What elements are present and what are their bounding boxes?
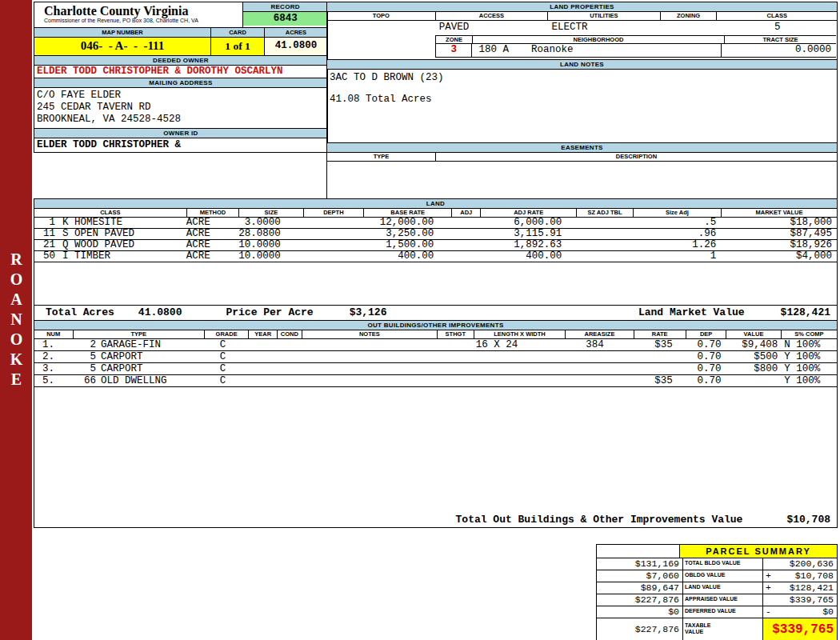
neighborhood-value-cell: 180 A Roanoke [472, 44, 721, 57]
land-sz-adj-tbl-cell [584, 218, 635, 228]
neighborhood-name: Roanoke [531, 44, 574, 57]
map-values-row: 046- - A- - -111 1 of 1 41.0800 [34, 38, 327, 55]
land-adj-cell [448, 229, 474, 239]
neighborhood-code: 180 A [478, 44, 509, 57]
land-sz-adj-tbl-cell [584, 229, 635, 239]
outbuildings-total-row: Total Out Buildings & Other Improvements… [34, 514, 837, 527]
land-market-value-label: Land Market Value [638, 306, 745, 321]
land-size-cell: 28.0800 [222, 229, 298, 239]
taxable-value: $339,765 [763, 618, 837, 640]
outbuildings-section: OUT BUILDINGS/OTHER IMPROVEMENTS NUM TYP… [34, 320, 838, 528]
ob-type-cell: 66OLD DWELLNG [78, 375, 202, 386]
ob-rate-cell [624, 351, 684, 362]
summary-row: $7,060 OBLDG VALUE + $10,708 [597, 570, 837, 582]
land-class-name: I TIMBER [62, 251, 110, 262]
ob-sthgt-cell [420, 351, 454, 362]
summary-row: $131,169 TOTAL BLDG VALUE $200,636 [597, 558, 837, 570]
zone-value: 3 [436, 44, 472, 57]
ob-rate-cell: $35 [624, 375, 684, 386]
ob-cond-cell [270, 363, 292, 374]
map-number-value: 046- - A- - -111 [34, 38, 211, 55]
ob-notes-cell [292, 375, 419, 386]
outbuilding-row: 2. 5CARPORT C 0.70 $500 Y 100% [34, 351, 837, 363]
land-properties-panel: LAND PROPERTIES TOPO ACCESS UTILITIES ZO… [326, 2, 838, 204]
land-class-name: K HOMESITE [62, 218, 122, 228]
land-notes-title: LAND NOTES [327, 59, 837, 70]
taxable-label-line: TAXABLE [685, 622, 762, 629]
ob-area-cell: 384 [540, 339, 624, 350]
land-row: 21Q WOOD PAVED ACRE 10.0000 1,500.00 1,8… [34, 240, 837, 251]
summary-sign: + [763, 582, 774, 594]
ob-grade-cell: C [202, 375, 244, 386]
card-label: CARD [211, 28, 265, 37]
land-col-sz-adj-tbl: SZ ADJ TBL [577, 209, 634, 217]
land-adj-cell [448, 251, 474, 262]
land-size-adj-cell: 1 [635, 251, 726, 262]
ob-type-code: 66 [78, 375, 96, 386]
owner-panel: Charlotte County Virginia Commissioner o… [34, 2, 328, 153]
ob-scomp-cell: Y 100% [784, 363, 837, 374]
land-col-size: SIZE [239, 209, 303, 217]
summary-row: $227,876 APPRAISED VALUE $339,765 [597, 594, 837, 606]
land-market-value-cell: $87,495 [726, 229, 837, 239]
land-depth-cell [298, 240, 354, 250]
easements-title: EASEMENTS [327, 142, 837, 153]
deeded-owner-label: DEEDED OWNER [34, 55, 327, 66]
land-adj-cell [448, 218, 474, 228]
taxable-label: TAXABLE VALUE [683, 618, 763, 640]
mailing-address-line: 245 CEDAR TAVERN RD [37, 102, 327, 114]
ob-type-cell: 5CARPORT [78, 363, 202, 374]
land-class-name: Q WOOD PAVED [62, 240, 134, 250]
land-size-cell: 10.0000 [222, 240, 298, 250]
land-method-cell: ACRE [174, 240, 222, 250]
class-label: CLASS [717, 12, 837, 20]
zoning-value [662, 21, 718, 35]
land-col-size-adj: Size Adj [634, 209, 722, 217]
ob-type-cell: 5CARPORT [78, 351, 202, 362]
ob-dep-cell: 0.70 [684, 339, 727, 350]
land-depth-cell [298, 251, 354, 262]
land-adj-rate-cell: 1,892.63 [474, 240, 584, 250]
outbuilding-row: 5. 66OLD DWELLNG C $35 0.70 Y 100% [34, 375, 837, 387]
district-sidebar: ROANOKE [0, 0, 32, 640]
land-base-rate-cell: 12,000.00 [354, 218, 449, 228]
county-title: Charlotte County Virginia [44, 4, 242, 18]
ob-type-code: 5 [78, 363, 96, 374]
land-size-cell: 10.0000 [222, 251, 298, 262]
ob-dep-cell: 0.70 [684, 351, 727, 362]
ob-scomp-cell: Y 100% [784, 375, 837, 386]
ob-col-dep: DEP [686, 330, 727, 338]
land-row: 1K HOMESITE ACRE 3.0000 12,000.00 6,000.… [34, 218, 837, 229]
outbuildings-empty-area [34, 387, 837, 514]
land-market-value-cell: $18,000 [726, 218, 837, 228]
ob-grade-cell: C [202, 363, 244, 374]
summary-prior-value: $131,169 [597, 558, 683, 570]
land-market-value-cell: $18,926 [726, 240, 837, 250]
ob-dep-cell: 0.70 [684, 375, 727, 386]
record-value: 6843 [243, 12, 327, 26]
mailing-address-label: MAILING ADDRESS [34, 78, 327, 88]
land-col-base-rate: BASE RATE [364, 209, 452, 217]
ob-grade-cell: C [202, 339, 244, 350]
outbuildings-total-label: Total Out Buildings & Other Improvements… [456, 514, 743, 527]
land-col-adj: ADJ [452, 209, 481, 217]
summary-row: $89,647 LAND VALUE + $128,421 [597, 582, 837, 594]
total-acres-value: 41.0800 [138, 306, 182, 321]
ob-year-cell [243, 339, 270, 350]
outbuilding-row: 1. 2GARAGE-FIN C 16 X 24 384 $35 0.70 $9… [34, 339, 837, 351]
ob-type-name: CARPORT [101, 363, 143, 374]
land-col-market-value: MARKET VALUE [722, 209, 837, 217]
ob-lxw-cell [454, 363, 540, 374]
summary-label: LAND VALUE [683, 582, 763, 594]
ob-col-year: YEAR [249, 330, 278, 338]
summary-label: TOTAL BLDG VALUE [683, 558, 763, 570]
outbuildings-title: OUT BUILDINGS/OTHER IMPROVEMENTS [34, 321, 837, 330]
ob-type-name: OLD DWELLNG [101, 375, 167, 386]
ob-type-cell: 2GARAGE-FIN [78, 339, 202, 350]
land-method-cell: ACRE [174, 229, 222, 239]
ob-num-cell: 1. [34, 339, 78, 350]
ob-area-cell [540, 351, 624, 362]
ob-rate-cell [624, 363, 684, 374]
ob-col-value: VALUE [726, 330, 781, 338]
land-class-cell: 50I TIMBER [34, 251, 174, 262]
